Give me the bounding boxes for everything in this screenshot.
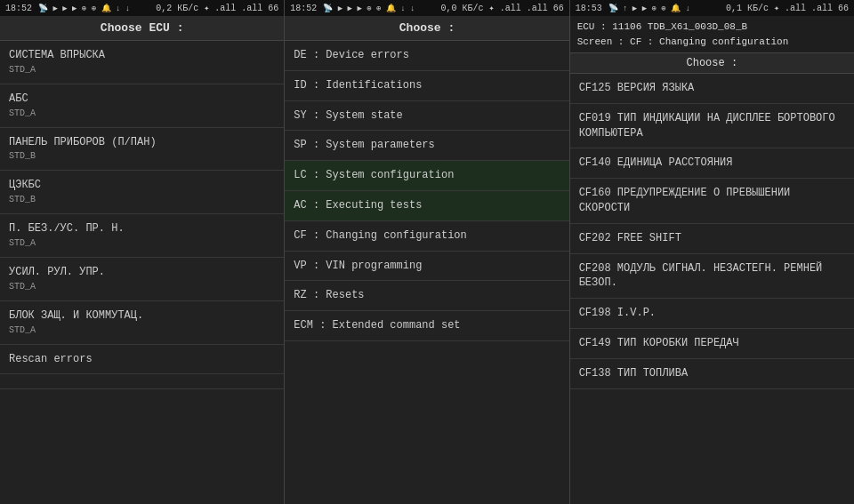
list-item[interactable]: СИСТЕМА ВПРЫСКАSTD_A bbox=[0, 41, 284, 84]
time-3: 18:53 bbox=[576, 4, 602, 13]
status-bar-2: 18:52 📡 ▶ ▶ ▶ ⊕ ⊕ 🔔 ↓ ↓ 0,0 КБ/с ✦ .all … bbox=[285, 0, 568, 16]
item-main: ЦЭКБС bbox=[9, 179, 41, 191]
list-item[interactable]: CF160 ПРЕДУПРЕЖДЕНИЕ О ПРЕВЫШЕНИИ СКОРОС… bbox=[570, 179, 854, 224]
item-main: CF198 I.V.P. bbox=[579, 307, 656, 319]
item-main: CF149 ТИП КОРОБКИ ПЕРЕДАЧ bbox=[579, 337, 739, 349]
item-sub: STD_B bbox=[9, 194, 275, 206]
item-main: УСИЛ. РУЛ. УПР. bbox=[9, 266, 105, 278]
choose-panel: 18:52 📡 ▶ ▶ ▶ ⊕ ⊕ 🔔 ↓ ↓ 0,0 КБ/с ✦ .all … bbox=[285, 0, 569, 504]
list-item[interactable]: CF125 ВЕРСИЯ ЯЗЫКА bbox=[570, 74, 854, 104]
item-main: Rescan errors bbox=[9, 353, 93, 365]
list-item[interactable]: SP : System parameters bbox=[285, 131, 568, 161]
item-main: АБС bbox=[9, 92, 28, 105]
item-main: AC : Executing tests bbox=[294, 199, 422, 212]
cf-choose-label: Choose : bbox=[570, 53, 854, 74]
item-main: CF019 ТИП ИНДИКАЦИИ НА ДИСПЛЕЕ БОРТОВОГО… bbox=[579, 112, 835, 140]
list-item[interactable]: AC : Executing tests bbox=[285, 191, 568, 221]
item-main: DE : Device errors bbox=[294, 49, 409, 61]
ecu-info: ECU : 11106 TDB_X61_003D_08_B Screen : C… bbox=[570, 16, 854, 53]
choose-list[interactable]: DE : Device errorsID : IdentificationsSY… bbox=[285, 41, 568, 504]
status-icons-2: 📡 ▶ ▶ ▶ ⊕ ⊕ 🔔 ↓ ↓ bbox=[323, 4, 415, 13]
item-main: СИСТЕМА ВПРЫСКА bbox=[9, 49, 105, 61]
status-bar-3: 18:53 📡 ↑ ▶ ▶ ⊕ ⊕ 🔔 ↓ 0,1 КБ/с ✦ .all .a… bbox=[570, 0, 854, 16]
item-main: SY : System state bbox=[294, 109, 402, 122]
time-2: 18:52 bbox=[290, 4, 317, 13]
item-main: CF138 ТИП ТОПЛИВА bbox=[579, 367, 688, 380]
item-main: LC : System configuration bbox=[294, 169, 454, 181]
signal-3: 0,1 КБ/с ✦ .all .all 66 bbox=[726, 3, 849, 13]
list-item[interactable]: УСИЛ. РУЛ. УПР.STD_A bbox=[0, 258, 284, 301]
list-item[interactable]: П. БЕЗ./УС. ПР. Н.STD_A bbox=[0, 214, 284, 258]
item-sub: STD_A bbox=[9, 108, 275, 120]
status-bar-1: 18:52 📡 ▶ ▶ ▶ ⊕ ⊕ 🔔 ↓ ↓ 0,2 КБ/с ✦ .all … bbox=[0, 0, 284, 16]
item-main: ECM : Extended command set bbox=[294, 319, 460, 332]
item-sub: STD_A bbox=[9, 281, 275, 293]
item-main: П. БЕЗ./УС. ПР. Н. bbox=[9, 222, 125, 235]
screen-line: Screen : CF : Changing configuration bbox=[577, 35, 847, 50]
list-item[interactable]: АБСSTD_A bbox=[0, 84, 284, 128]
list-item[interactable]: CF140 ЕДИНИЦА РАССТОЯНИЯ bbox=[570, 148, 854, 179]
status-bar-content-2: 18:52 📡 ▶ ▶ ▶ ⊕ ⊕ 🔔 ↓ ↓ 0,0 КБ/с ✦ .all … bbox=[285, 0, 568, 16]
list-item[interactable]: RZ : Resets bbox=[285, 281, 568, 311]
item-sub: STD_A bbox=[9, 237, 275, 250]
list-item[interactable]: SY : System state bbox=[285, 101, 568, 132]
item-sub: STD_A bbox=[9, 324, 275, 337]
list-item[interactable]: ID : Identifications bbox=[285, 71, 568, 101]
list-item[interactable]: VP : VIN programming bbox=[285, 252, 568, 282]
item-main: CF140 ЕДИНИЦА РАССТОЯНИЯ bbox=[579, 156, 733, 169]
cf-panel: 18:53 📡 ↑ ▶ ▶ ⊕ ⊕ 🔔 ↓ 0,1 КБ/с ✦ .all .a… bbox=[570, 0, 854, 504]
list-item[interactable]: DE : Device errors bbox=[285, 41, 568, 71]
ecu-panel: 18:52 📡 ▶ ▶ ▶ ⊕ ⊕ 🔔 ↓ ↓ 0,2 КБ/с ✦ .all … bbox=[0, 0, 285, 504]
ecu-list[interactable]: СИСТЕМА ВПРЫСКАSTD_AАБСSTD_AПАНЕЛЬ ПРИБО… bbox=[0, 41, 284, 504]
list-item[interactable]: CF138 ТИП ТОПЛИВА bbox=[570, 359, 854, 389]
ecu-line: ECU : 11106 TDB_X61_003D_08_B bbox=[577, 20, 847, 35]
item-main: SP : System parameters bbox=[294, 139, 434, 151]
list-item[interactable]: CF198 I.V.P. bbox=[570, 299, 854, 329]
time-1: 18:52 bbox=[5, 4, 32, 13]
item-main: CF : Changing configuration bbox=[294, 229, 466, 242]
item-main: CF125 ВЕРСИЯ ЯЗЫКА bbox=[579, 82, 695, 94]
list-item[interactable]: БЛОК ЗАЩ. И КОММУТАЦ.STD_A bbox=[0, 301, 284, 345]
signal-1: 0,2 КБ/с ✦ .all .all 66 bbox=[156, 3, 278, 13]
list-item[interactable]: CF149 ТИП КОРОБКИ ПЕРЕДАЧ bbox=[570, 329, 854, 359]
item-main: CF208 МОДУЛЬ СИГНАЛ. НЕЗАСТЕГН. РЕМНЕЙ Б… bbox=[579, 262, 823, 290]
list-item[interactable]: CF019 ТИП ИНДИКАЦИИ НА ДИСПЛЕЕ БОРТОВОГО… bbox=[570, 104, 854, 149]
ecu-panel-header: Choose ECU : bbox=[0, 16, 284, 41]
status-bar-content-1: 18:52 📡 ▶ ▶ ▶ ⊕ ⊕ 🔔 ↓ ↓ 0,2 КБ/с ✦ .all … bbox=[0, 0, 284, 16]
status-bar-content-3: 18:53 📡 ↑ ▶ ▶ ⊕ ⊕ 🔔 ↓ 0,1 КБ/с ✦ .all .a… bbox=[570, 0, 854, 16]
list-item[interactable]: ЦЭКБСSTD_B bbox=[0, 171, 284, 214]
cf-list[interactable]: CF125 ВЕРСИЯ ЯЗЫКАCF019 ТИП ИНДИКАЦИИ НА… bbox=[570, 74, 854, 504]
list-item[interactable]: LC : System configuration bbox=[285, 161, 568, 191]
item-main: VP : VIN programming bbox=[294, 260, 422, 272]
item-main: БЛОК ЗАЩ. И КОММУТАЦ. bbox=[9, 309, 143, 322]
list-item[interactable]: Rescan errors bbox=[0, 345, 284, 375]
item-main: ПАНЕЛЬ ПРИБОРОВ (П/ПАН) bbox=[9, 136, 157, 148]
item-main: CF160 ПРЕДУПРЕЖДЕНИЕ О ПРЕВЫШЕНИИ СКОРОС… bbox=[579, 187, 791, 214]
list-item[interactable]: CF202 FREE SHIFT bbox=[570, 224, 854, 254]
list-item[interactable] bbox=[0, 374, 284, 389]
list-item[interactable]: CF208 МОДУЛЬ СИГНАЛ. НЕЗАСТЕГН. РЕМНЕЙ Б… bbox=[570, 254, 854, 300]
main-content: 18:52 📡 ▶ ▶ ▶ ⊕ ⊕ 🔔 ↓ ↓ 0,2 КБ/с ✦ .all … bbox=[0, 0, 854, 504]
choose-panel-header: Choose : bbox=[285, 16, 568, 41]
status-icons-1: 📡 ▶ ▶ ▶ ⊕ ⊕ 🔔 ↓ ↓ bbox=[38, 4, 130, 13]
list-item[interactable]: CF : Changing configuration bbox=[285, 221, 568, 252]
signal-2: 0,0 КБ/с ✦ .all .all 66 bbox=[441, 3, 564, 13]
item-main: ID : Identifications bbox=[294, 79, 422, 92]
item-main: RZ : Resets bbox=[294, 289, 364, 301]
item-sub: STD_A bbox=[9, 64, 275, 76]
list-item[interactable]: ПАНЕЛЬ ПРИБОРОВ (П/ПАН)STD_B bbox=[0, 128, 284, 172]
list-item[interactable]: ECM : Extended command set bbox=[285, 311, 568, 341]
item-main: CF202 FREE SHIFT bbox=[579, 232, 681, 244]
status-icons-3: 📡 ↑ ▶ ▶ ⊕ ⊕ 🔔 ↓ bbox=[608, 4, 690, 13]
item-sub: STD_B bbox=[9, 150, 275, 163]
